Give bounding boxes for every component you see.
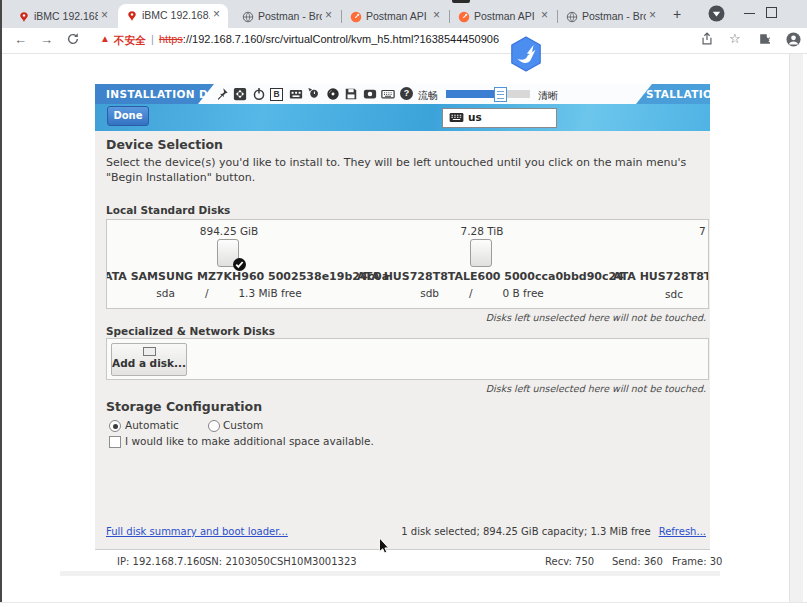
status-sn: SN: 2103050CSH10M3001323 <box>205 556 357 567</box>
disk-icon <box>470 239 492 267</box>
quality-slider-handle[interactable] <box>494 87 507 102</box>
installer-title-left: INSTALLATION DEST <box>106 88 231 100</box>
checkbox-additional-space[interactable] <box>109 436 121 448</box>
postman-favicon-icon <box>458 11 470 23</box>
specialized-disks-panel: Add a disk... <box>106 338 709 380</box>
save-floppy-icon[interactable] <box>344 87 358 101</box>
tab-ibmc-2-active[interactable]: iBMC 192.168.7.16 × <box>118 4 228 28</box>
keyboard-icon <box>449 112 464 123</box>
tab-close-icon[interactable]: × <box>430 9 443 22</box>
tab-postman-api-1[interactable]: Postman API Platfo × <box>342 6 448 28</box>
full-disk-summary-link[interactable]: Full disk summary and boot loader... <box>106 526 288 537</box>
mouse-cursor <box>378 537 391 555</box>
tab-label: Postman API Platfo <box>474 10 538 22</box>
url-protocol: https <box>159 33 183 45</box>
disk-name: ATA HUS728T8TAL <box>613 270 709 283</box>
disk-size: 7 <box>699 225 706 237</box>
disk-mountpoint: / <box>205 287 209 299</box>
forward-icon[interactable]: → <box>40 32 53 47</box>
postman-favicon-icon <box>350 11 362 23</box>
page-bottom-edge <box>0 602 807 603</box>
radio-automatic-label[interactable]: Automatic <box>125 419 179 431</box>
browser-badge-icon[interactable] <box>708 5 725 22</box>
radio-custom[interactable] <box>208 420 220 432</box>
tab-postman-api-2[interactable]: Postman API Platfo × <box>450 6 556 28</box>
page-title: Device Selection <box>106 137 223 152</box>
disk-name: ATA HUS728T8TALE600 5000cca0bbd90c24 <box>357 270 607 283</box>
disk-device: sda <box>156 287 175 299</box>
tab-postman-browse-2[interactable]: Postman - Browse × <box>558 6 664 28</box>
keyboard-layout-selector[interactable]: us <box>442 108 557 128</box>
warning-triangle-icon: ▲ <box>100 33 110 44</box>
fullscreen-icon[interactable] <box>233 87 247 101</box>
power-icon[interactable] <box>252 87 266 101</box>
radio-automatic[interactable] <box>109 420 121 432</box>
disk-free: 0 B free <box>503 287 544 299</box>
status-ip: IP: 192.168.7.160 <box>117 556 206 567</box>
url-text[interactable]: https://192.168.7.160/src/virtualControl… <box>159 33 499 45</box>
browser-tab-bar: iBMC 192.168.7.16 × iBMC 192.168.7.16 × … <box>2 0 807 28</box>
keyboard-b-icon[interactable]: B <box>270 88 283 101</box>
status-bar-shadow <box>60 571 720 576</box>
tab-close-icon[interactable]: × <box>98 9 111 22</box>
tab-ibmc-1[interactable]: iBMC 192.168.7.16 × <box>10 6 116 28</box>
ibmc-favicon-icon <box>126 10 138 22</box>
specialized-disks-label: Specialized & Network Disks <box>106 325 275 337</box>
disk-size: 894.25 GiB <box>106 225 354 237</box>
disk-mountpoint: / <box>469 287 473 299</box>
screen-record-icon[interactable] <box>363 87 377 101</box>
maximize-button[interactable] <box>766 7 777 18</box>
share-icon[interactable] <box>700 32 715 47</box>
unselected-note: Disks left unselected here will not be t… <box>486 312 706 323</box>
tab-label: iBMC 192.168.7.16 <box>34 10 98 22</box>
minimize-button[interactable] <box>744 13 755 14</box>
done-button[interactable]: Done <box>107 106 149 126</box>
keyboard-layout-label: us <box>468 111 482 123</box>
key-combination-icon[interactable] <box>289 87 303 101</box>
cd-rom-icon[interactable] <box>326 87 340 101</box>
back-icon[interactable]: ← <box>14 32 27 47</box>
help-icon[interactable]: ? <box>400 87 413 100</box>
extensions-puzzle-icon[interactable] <box>758 32 773 47</box>
disk-sdb[interactable]: 7.28 TiB ATA HUS728T8TALE600 5000cca0bbd… <box>357 220 607 299</box>
page-scrollbar[interactable] <box>789 54 803 602</box>
profile-avatar[interactable] <box>786 32 801 47</box>
browser-address-bar: ← → ▲ 不安全 | https://192.168.7.160/src/vi… <box>2 28 807 54</box>
status-recv: Recv: 750 <box>545 556 594 567</box>
storage-config-title: Storage Configuration <box>106 399 262 414</box>
ibmc-favicon-icon <box>18 11 30 23</box>
url-rest: ://192.168.7.160/src/virtualControl/kvm_… <box>183 33 499 45</box>
quality-slider[interactable] <box>446 90 530 98</box>
installer-header-banner: INSTALLATION DEST B ? 流畅 清晰 STALLATION D… <box>95 84 710 131</box>
disk-sda[interactable]: 894.25 GiB ATA SAMSUNG MZ7KH960 5002538e… <box>106 220 354 299</box>
bookmark-star-icon[interactable]: ☆ <box>729 31 741 46</box>
tab-postman-browse-1[interactable]: Postman - Browse × <box>234 6 340 28</box>
kvm-toolbar: INSTALLATION DEST B ? 流畅 清晰 STALLATION <box>95 84 710 104</box>
tab-label: iBMC 192.168.7.16 <box>142 9 210 21</box>
slider-label-smooth: 流畅 <box>418 89 438 103</box>
tab-close-icon[interactable]: × <box>210 8 223 21</box>
tab-close-icon[interactable]: × <box>646 9 659 22</box>
globe-favicon-icon <box>242 11 254 23</box>
add-disk-icon <box>143 347 156 356</box>
new-tab-button[interactable]: + <box>668 5 686 23</box>
tab-close-icon[interactable]: × <box>322 9 335 22</box>
selection-summary: 1 disk selected; 894.25 GiB capacity; 1.… <box>401 526 650 537</box>
soft-keyboard-icon[interactable] <box>381 87 395 101</box>
bird-hexagon-logo-icon[interactable] <box>506 36 546 72</box>
installer-content: Device Selection Select the device(s) yo… <box>95 131 710 549</box>
status-frame: Frame: 30 <box>672 556 722 567</box>
mouse-icon[interactable] <box>307 87 321 101</box>
local-disks-panel: 894.25 GiB ATA SAMSUNG MZ7KH960 5002538e… <box>106 219 709 309</box>
installer-title-right: STALLATION <box>646 88 710 100</box>
reload-icon[interactable] <box>66 32 81 47</box>
checkbox-additional-space-label[interactable]: I would like to make additional space av… <box>125 435 374 447</box>
tab-close-icon[interactable]: × <box>538 9 551 22</box>
local-disks-label: Local Standard Disks <box>106 204 230 216</box>
radio-custom-label[interactable]: Custom <box>223 419 263 431</box>
refresh-link[interactable]: Refresh... <box>659 526 706 537</box>
screen: iBMC 192.168.7.16 × iBMC 192.168.7.16 × … <box>0 0 807 607</box>
status-send: Send: 360 <box>612 556 663 567</box>
pin-icon[interactable] <box>215 87 229 101</box>
add-disk-button[interactable]: Add a disk... <box>111 343 187 376</box>
